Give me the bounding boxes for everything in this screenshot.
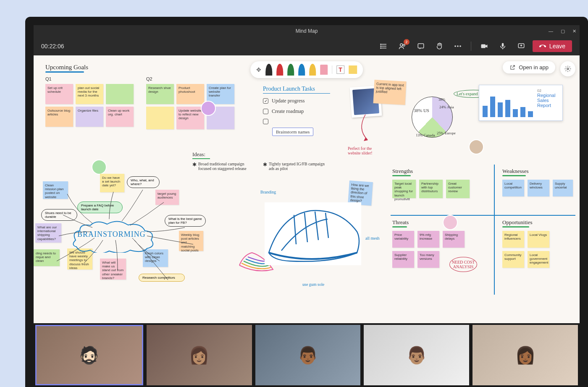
eraser-tool-icon[interactable] (320, 65, 328, 75)
leave-button[interactable]: Leave (533, 40, 572, 52)
pen-green[interactable] (287, 64, 294, 76)
pen-toolbar: ✥ T (250, 61, 363, 78)
sticky-note[interactable]: Outsource blog articles (45, 107, 73, 127)
toolbar-divider (471, 42, 471, 51)
sticky-note[interactable]: ding needs to nique and clean (34, 249, 60, 266)
thought-bubble[interactable]: Who, what, and where? (127, 176, 160, 188)
sticky-note[interactable]: Current in app text is top aligned left … (373, 80, 407, 105)
svg-point-7 (403, 44, 405, 47)
participant-tile[interactable]: 👩🏽 (147, 325, 252, 385)
more-icon[interactable] (451, 39, 465, 53)
svg-point-11 (459, 45, 461, 47)
sticky-note[interactable]: Supplier reliability (392, 251, 414, 268)
sticky-note[interactable]: Clean up work org. chart (106, 107, 134, 127)
pie-pct-top: 38% (438, 97, 446, 102)
sticky-note[interactable]: Weekly blog post articles and matching s… (179, 231, 203, 251)
sticky-note[interactable]: Clean mission plan posted on website (43, 181, 68, 199)
sticky-note[interactable]: Community support (502, 251, 524, 268)
sticky-note[interactable]: Local government engagement (528, 251, 549, 268)
checkbox-checked-icon[interactable]: ✓ (263, 98, 268, 104)
move-tool-icon[interactable]: ✥ (256, 66, 261, 73)
svg-point-9 (454, 45, 456, 47)
people-icon[interactable]: 2 (395, 39, 410, 53)
participants-list-icon[interactable] (377, 39, 391, 53)
pen-blue[interactable] (298, 64, 305, 76)
close-button[interactable]: ✕ (572, 29, 576, 34)
sticky-note[interactable]: Partnership with top distributors (419, 180, 443, 198)
raise-hand-icon[interactable] (432, 39, 446, 53)
sticky-note[interactable]: Supply uncertai (553, 180, 573, 196)
task-input[interactable]: Brainstorm names (272, 128, 313, 136)
sticky-note[interactable]: Great customer review (446, 180, 470, 198)
maximize-button[interactable]: ▢ (561, 29, 565, 34)
microphone-icon[interactable] (496, 39, 510, 53)
sticky-note-tool-icon[interactable] (349, 65, 357, 74)
open-in-app-label: Open in app (519, 64, 549, 71)
open-in-app-button[interactable]: Open in app (503, 61, 555, 73)
sticky-note[interactable]: Do we have a set launch date yet? (100, 174, 124, 192)
sticky-note[interactable]: Too many versions (417, 251, 439, 268)
task-item[interactable]: Create roadmap (263, 108, 330, 115)
settings-icon[interactable] (560, 61, 575, 76)
svg-point-5 (381, 48, 381, 49)
sticky-note[interactable]: plan out social media for the next 3 mon… (76, 84, 103, 104)
shoe-annotation: use gum sole (302, 282, 324, 287)
pen-black[interactable] (265, 64, 272, 76)
chat-icon[interactable] (414, 39, 428, 53)
participant-tile[interactable]: 🧔🏻 (35, 325, 143, 385)
sticky-note[interactable] (106, 84, 134, 104)
task-item[interactable] (263, 119, 330, 124)
checkbox-icon[interactable] (263, 119, 268, 124)
sticky-note[interactable]: What will make us stand out from other s… (100, 259, 126, 280)
sticky-note[interactable]: Local competition (502, 180, 524, 196)
chart-card[interactable]: 02 Regional Sales Report (479, 85, 563, 121)
sticky-note[interactable]: What are our international shipping capa… (35, 223, 61, 243)
sticky-note[interactable]: Product photoshoot (176, 84, 204, 104)
sticky-note[interactable]: Local Vlogs (528, 231, 549, 248)
user-avatar[interactable] (201, 101, 216, 116)
sticky-note[interactable]: Delivery windows (528, 180, 549, 196)
sticky-note[interactable]: Shipping delays (443, 231, 465, 248)
thought-bubble[interactable]: Research competitors (139, 274, 185, 282)
photo-note: Perfect for the website slider! (348, 146, 381, 155)
sticky-note[interactable]: Set up crit schedule (45, 84, 73, 104)
checkbox-icon[interactable] (263, 109, 268, 114)
goals-heading: Upcoming Goals (45, 64, 88, 73)
sticky-note[interactable]: Update website to reflect new design (176, 107, 204, 129)
share-screen-icon[interactable] (514, 39, 528, 53)
task-label: Update progress (272, 98, 304, 104)
window-title: Mind Map (296, 28, 318, 34)
sticky-note[interactable]: Price variability (392, 231, 414, 248)
user-avatar[interactable] (443, 215, 458, 230)
pen-yellow[interactable] (309, 64, 316, 76)
sticky-note[interactable]: Regional influencers (502, 231, 524, 248)
text-tool-icon[interactable]: T (336, 65, 344, 74)
thought-bubble[interactable]: Prepare a FAQ before launch date (77, 201, 123, 213)
camera-icon[interactable] (477, 39, 491, 53)
whiteboard-canvas[interactable]: ✥ T Open in app Upcoming Goals Q1 (34, 55, 580, 323)
task-label: Create roadmap (272, 108, 304, 115)
sticky-note[interactable]: Target local peak shopping for launch pr… (392, 180, 416, 198)
sticky-note[interactable]: 9% mfg increase (417, 231, 439, 248)
swot-divider (494, 165, 495, 295)
pen-red[interactable] (276, 64, 283, 76)
sticky-note[interactable]: target young audiences (155, 190, 179, 205)
user-avatar[interactable] (92, 160, 107, 175)
sticky-note[interactable]: Research shoe design (146, 84, 174, 104)
meeting-toolbar: 00:22:06 2 (34, 37, 580, 55)
thought-bubble[interactable]: What is the best game plan for FB? (165, 215, 206, 227)
participant-tile[interactable]: 👩🏾 (472, 325, 578, 385)
minimize-button[interactable]: — (549, 29, 553, 34)
svg-point-15 (567, 68, 569, 70)
titlebar: Mind Map — ▢ ✕ (34, 25, 580, 37)
sticky-note[interactable] (146, 107, 174, 129)
opportunities-heading: Opportunities (502, 219, 533, 227)
user-avatar[interactable] (469, 139, 484, 154)
participants-strip: 🧔🏻 👩🏽 👨🏾 👨🏽 👩🏾 (34, 323, 580, 387)
participant-tile[interactable]: 👨🏽 (364, 325, 469, 385)
participant-tile[interactable]: 👨🏾 (255, 325, 361, 385)
task-item[interactable]: ✓Update progress (263, 98, 330, 104)
sticky-note[interactable]: Organize files (76, 107, 103, 127)
task-list: Product Launch Tasks ✓Update progress Cr… (263, 86, 330, 136)
idea-text: Tightly targeted IG/FB campaign ads as p… (269, 162, 326, 171)
